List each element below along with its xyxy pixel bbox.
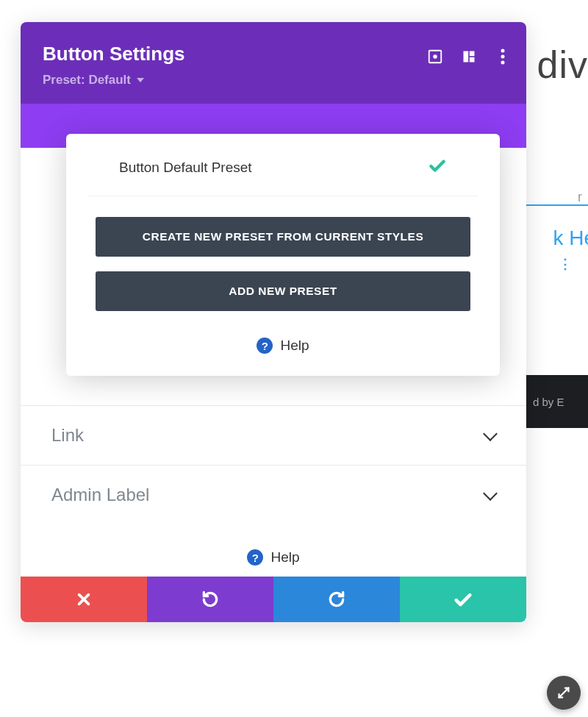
help-label: Help: [270, 549, 299, 566]
resize-handle[interactable]: [547, 676, 581, 710]
popover-help-row[interactable]: ? Help: [66, 338, 500, 354]
svg-rect-4: [470, 57, 475, 63]
background-blue-text: k He: [553, 226, 588, 250]
preset-item-default[interactable]: Button Default Preset: [88, 134, 478, 196]
chevron-down-icon: [483, 427, 498, 441]
accordion-admin-label[interactable]: Admin Label: [21, 465, 526, 524]
preset-value: Default: [88, 73, 131, 88]
help-label: Help: [280, 338, 309, 354]
accordion-label: Admin Label: [51, 485, 149, 505]
undo-button[interactable]: [147, 577, 273, 622]
background-footer-text: d by E: [533, 396, 564, 408]
background-footer-bar: d by E: [522, 375, 588, 428]
svg-rect-3: [470, 51, 475, 57]
preset-popover: Button Default Preset CREATE NEW PRESET …: [66, 134, 500, 376]
accordion-link[interactable]: Link: [21, 405, 526, 465]
caret-down-icon: [137, 78, 144, 82]
svg-point-1: [434, 55, 437, 58]
svg-line-10: [559, 688, 569, 698]
more-icon[interactable]: [494, 48, 512, 65]
expand-icon[interactable]: [460, 48, 478, 65]
background-logo-text: div: [537, 43, 588, 87]
modal-header: Button Settings Preset: Default: [21, 22, 526, 104]
svg-point-6: [501, 55, 505, 59]
create-preset-button[interactable]: CREATE NEW PRESET FROM CURRENT STYLES: [96, 217, 470, 257]
background-partial-r: r: [578, 190, 582, 205]
svg-point-5: [501, 49, 505, 53]
modal-help-row[interactable]: ? Help: [21, 524, 526, 577]
save-button[interactable]: [400, 577, 526, 622]
check-icon: [428, 156, 447, 179]
help-icon: ?: [257, 338, 273, 354]
settings-modal: Button Settings Preset: Default: [21, 22, 526, 622]
responsive-icon[interactable]: [426, 48, 444, 65]
help-icon: ?: [247, 549, 263, 566]
action-bar: [21, 577, 526, 622]
preset-prefix: Preset:: [43, 73, 85, 88]
chevron-down-icon: [483, 486, 498, 501]
preset-item-label: Button Default Preset: [119, 160, 252, 176]
redo-button[interactable]: [273, 577, 400, 622]
add-preset-button[interactable]: ADD NEW PRESET: [96, 271, 470, 311]
cancel-button[interactable]: [21, 577, 147, 622]
preset-dropdown-trigger[interactable]: Preset: Default: [43, 73, 144, 88]
header-toolbar: [426, 48, 512, 65]
background-more-icon: ⋮: [559, 256, 572, 272]
background-blue-underline: [526, 204, 588, 206]
svg-rect-2: [464, 51, 469, 63]
svg-point-7: [501, 61, 505, 65]
accordion-label: Link: [51, 425, 84, 446]
